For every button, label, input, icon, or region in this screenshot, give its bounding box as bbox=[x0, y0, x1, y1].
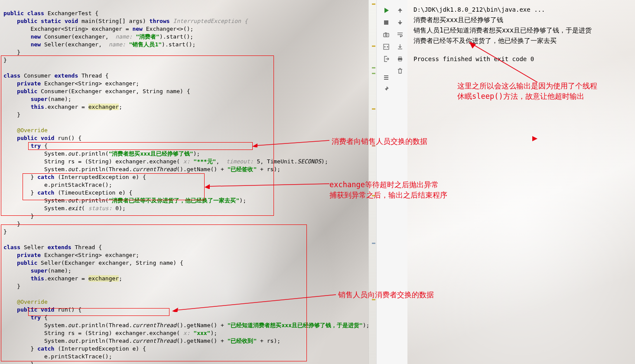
editor-marker-gutter bbox=[368, 0, 376, 364]
soft-wrap-icon[interactable] bbox=[396, 30, 404, 39]
print-icon[interactable] bbox=[396, 55, 404, 63]
stop-icon[interactable] bbox=[382, 18, 391, 27]
svg-rect-8 bbox=[384, 77, 388, 78]
svg-point-2 bbox=[385, 34, 387, 36]
svg-rect-7 bbox=[384, 75, 388, 76]
pin-icon[interactable] bbox=[382, 85, 391, 94]
svg-rect-3 bbox=[385, 32, 387, 33]
console-output: D:\JDK\jdk1.8.0_212\bin\java.exe ... 消费者… bbox=[407, 0, 635, 68]
svg-rect-11 bbox=[399, 57, 401, 58]
layout-icon[interactable] bbox=[382, 42, 391, 51]
console-line: D:\JDK\jdk1.8.0_212\bin\java.exe ... bbox=[414, 4, 629, 15]
trash-stack-icon[interactable] bbox=[382, 73, 391, 81]
code-editor[interactable]: public class ExchangerTest { public stat… bbox=[0, 0, 376, 364]
up-arrow-icon[interactable] bbox=[396, 6, 404, 15]
svg-point-6 bbox=[387, 46, 388, 48]
console-line: Process finished with exit code 0 bbox=[414, 54, 629, 64]
camera-icon[interactable] bbox=[382, 30, 391, 39]
svg-rect-1 bbox=[384, 33, 389, 37]
code-block: public class ExchangerTest { public stat… bbox=[0, 0, 376, 364]
svg-rect-9 bbox=[384, 79, 388, 80]
down-arrow-icon[interactable] bbox=[396, 18, 404, 27]
run-tool-toolbar bbox=[376, 0, 407, 364]
run-console[interactable]: D:\JDK\jdk1.8.0_212\bin\java.exe ... 消费者… bbox=[407, 0, 635, 364]
scroll-to-end-icon[interactable] bbox=[396, 42, 404, 51]
exit-icon[interactable] bbox=[382, 55, 391, 63]
console-line: 销售人员1已经知道消费者想买xxx且已经挣够了钱，于是进货 bbox=[414, 25, 629, 36]
svg-point-5 bbox=[384, 46, 386, 48]
console-line: 消费者已经等不及你进货了，他已经换了一家去买 bbox=[414, 36, 629, 46]
svg-rect-12 bbox=[399, 60, 401, 61]
svg-rect-0 bbox=[384, 20, 388, 25]
run-icon[interactable] bbox=[382, 6, 391, 15]
delete-icon[interactable] bbox=[396, 67, 404, 75]
console-line: 消费者想买xxx且已经挣够了钱 bbox=[414, 15, 629, 25]
